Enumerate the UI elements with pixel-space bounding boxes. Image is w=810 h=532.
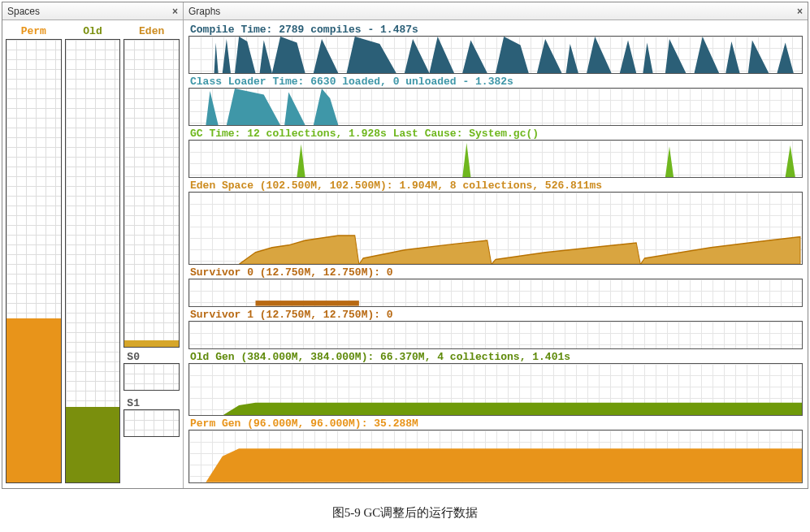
- spaces-header: Spaces ×: [2, 2, 183, 20]
- perm-bar-fill: [6, 318, 61, 482]
- graph-permgen-area: [188, 430, 803, 483]
- graph-gc: GC Time: 12 collections, 1.928s Last Cau…: [188, 128, 803, 178]
- space-col-eden-group: Eden S0 S1: [123, 25, 180, 483]
- graph-classloader-title: Class Loader Time: 6630 loaded, 0 unload…: [188, 76, 803, 88]
- graph-classloader-area: [188, 88, 803, 126]
- graph-surv1-title: Survivor 1 (12.750M, 12.750M): 0: [188, 309, 803, 321]
- perm-label: Perm: [21, 25, 46, 37]
- graph-eden-area: [188, 192, 803, 265]
- close-icon[interactable]: ×: [797, 6, 803, 17]
- graph-oldgen: Old Gen (384.000M, 384.000M): 66.370M, 4…: [188, 351, 803, 417]
- close-icon[interactable]: ×: [172, 6, 178, 17]
- s0-label: S0: [127, 351, 140, 363]
- eden-label: Eden: [139, 25, 164, 37]
- graph-gc-area: [188, 140, 803, 178]
- old-label: Old: [83, 25, 102, 37]
- main-container: Spaces × Perm Old Eden S0: [2, 2, 808, 489]
- eden-bar: [123, 39, 180, 348]
- graphs-panel: Graphs × Compile Time: 2789 compiles - 1…: [184, 2, 808, 488]
- s1-label: S1: [127, 397, 140, 409]
- graph-surv0-title: Survivor 0 (12.750M, 12.750M): 0: [188, 266, 803, 279]
- spaces-panel: Spaces × Perm Old Eden S0: [2, 2, 184, 488]
- old-bar-fill: [66, 407, 120, 482]
- graphs-body: Compile Time: 2789 compiles - 1.487s Cla…: [184, 20, 808, 488]
- space-col-perm: Perm: [6, 25, 62, 483]
- spaces-body: Perm Old Eden S0 S1: [2, 20, 183, 488]
- graph-surv1-area: [188, 321, 803, 349]
- svg-rect-0: [256, 301, 359, 307]
- graph-compile: Compile Time: 2789 compiles - 1.487s: [188, 24, 803, 74]
- s1-bar: [123, 409, 180, 437]
- graph-surv1: Survivor 1 (12.750M, 12.750M): 0: [188, 309, 803, 349]
- graph-compile-area: [188, 36, 803, 74]
- graph-compile-title: Compile Time: 2789 compiles - 1.487s: [188, 24, 803, 36]
- graph-oldgen-area: [188, 363, 803, 417]
- graph-surv0: Survivor 0 (12.750M, 12.750M): 0: [188, 266, 803, 307]
- figure-caption: 图5-9 GC调整后的运行数据: [0, 505, 810, 521]
- space-col-old: Old: [65, 25, 121, 483]
- graph-gc-title: GC Time: 12 collections, 1.928s Last Cau…: [188, 128, 803, 140]
- graph-classloader: Class Loader Time: 6630 loaded, 0 unload…: [188, 76, 803, 126]
- graphs-title: Graphs: [188, 6, 220, 17]
- spaces-title: Spaces: [7, 6, 40, 17]
- eden-bar-fill: [124, 340, 179, 347]
- old-bar: [65, 39, 121, 483]
- graph-permgen: Perm Gen (96.000M, 96.000M): 35.288M: [188, 417, 803, 483]
- perm-bar: [6, 39, 62, 483]
- graph-surv0-area: [188, 279, 803, 307]
- graph-permgen-title: Perm Gen (96.000M, 96.000M): 35.288M: [188, 417, 803, 430]
- graph-eden-title: Eden Space (102.500M, 102.500M): 1.904M,…: [188, 179, 803, 192]
- graph-eden: Eden Space (102.500M, 102.500M): 1.904M,…: [188, 179, 803, 265]
- s0-bar: [123, 363, 180, 391]
- graph-oldgen-title: Old Gen (384.000M, 384.000M): 66.370M, 4…: [188, 351, 803, 363]
- graphs-header: Graphs ×: [184, 2, 808, 20]
